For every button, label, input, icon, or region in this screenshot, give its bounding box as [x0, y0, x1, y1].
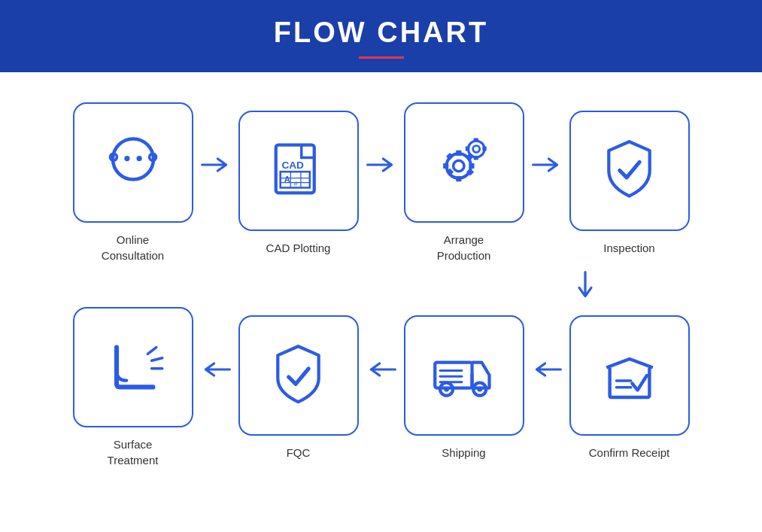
step-arrange-production: ArrangeProduction	[404, 102, 524, 263]
svg-point-15	[453, 160, 463, 171]
arrow-left-icon-1	[532, 354, 562, 385]
arrow-2	[359, 150, 404, 180]
step-cad-plotting: CAD A # CAD Plotting	[238, 111, 359, 256]
step-inspection: Inspection	[569, 111, 690, 256]
step-shipping: Shipping	[404, 315, 524, 461]
svg-point-36	[477, 387, 482, 392]
svg-text:CAD: CAD	[281, 160, 304, 171]
arrow-left-icon-3	[201, 354, 231, 385]
step-box-confirm-receipt	[569, 315, 690, 436]
arrow-down-icon	[570, 271, 600, 301]
svg-rect-16	[456, 150, 461, 156]
arrow-right-icon-1	[201, 150, 231, 180]
shield-check-icon	[597, 135, 661, 206]
down-arrow-wrap	[45, 271, 717, 301]
svg-point-2	[136, 156, 141, 161]
cad-icon: CAD A #	[266, 135, 330, 206]
step-label-online-consultation: OnlineConsultation	[102, 232, 164, 263]
arrow-right-icon-2	[366, 150, 396, 180]
step-label-fqc: FQC	[287, 445, 311, 461]
svg-point-34	[444, 387, 449, 392]
down-arrow-container	[525, 271, 645, 301]
person-icon	[99, 129, 167, 196]
flow-row-2: Confirm Receipt	[45, 307, 717, 468]
step-label-confirm-receipt: Confirm Receipt	[589, 445, 670, 461]
step-surface-treatment: SurfaceTreatment	[73, 307, 193, 468]
svg-text:#: #	[294, 180, 299, 187]
svg-point-1	[124, 156, 129, 161]
step-box-online-consultation	[73, 102, 193, 223]
step-fqc: FQC	[238, 315, 359, 461]
step-label-arrange-production: ArrangeProduction	[437, 232, 491, 263]
gears-icon	[430, 129, 498, 196]
box-check-icon	[597, 342, 663, 409]
svg-rect-18	[443, 163, 448, 169]
arrow-left-icon-2	[366, 354, 396, 385]
arrow-5	[359, 354, 404, 385]
step-box-surface-treatment	[73, 307, 193, 427]
step-label-cad-plotting: CAD Plotting	[266, 240, 331, 256]
step-label-inspection: Inspection	[603, 240, 654, 256]
arrow-3	[524, 150, 569, 180]
svg-rect-26	[473, 138, 478, 142]
svg-point-0	[113, 139, 153, 180]
svg-point-25	[472, 146, 479, 153]
step-box-fqc	[238, 315, 359, 436]
svg-rect-28	[465, 146, 469, 150]
svg-line-41	[151, 358, 162, 361]
step-box-cad-plotting: CAD A #	[238, 111, 359, 231]
header: FLOW CHART	[0, 0, 762, 72]
svg-text:A: A	[284, 175, 290, 184]
step-label-shipping: Shipping	[442, 445, 485, 461]
shield-check2-icon	[266, 339, 330, 411]
page-wrapper: FLOW CHART	[0, 0, 762, 532]
step-online-consultation: OnlineConsultation	[73, 102, 193, 263]
arrow-6	[193, 354, 238, 385]
svg-rect-17	[456, 176, 461, 181]
step-box-inspection	[569, 111, 690, 231]
arrow-right-icon-3	[532, 150, 562, 180]
arrow-1	[193, 150, 238, 180]
svg-rect-19	[469, 163, 474, 169]
step-confirm-receipt: Confirm Receipt	[569, 315, 690, 461]
flow-content: OnlineConsultation	[0, 72, 762, 498]
surface-icon	[100, 334, 166, 400]
step-box-shipping	[404, 315, 524, 436]
page-title: FLOW CHART	[0, 17, 762, 49]
header-underline	[359, 56, 404, 59]
svg-line-40	[147, 348, 156, 354]
step-box-arrange-production	[404, 102, 524, 223]
svg-rect-29	[482, 146, 486, 150]
svg-point-24	[468, 141, 484, 157]
flow-row-1: OnlineConsultation	[45, 102, 717, 263]
truck-icon	[428, 343, 499, 407]
svg-rect-27	[473, 156, 478, 160]
step-label-surface-treatment: SurfaceTreatment	[108, 436, 159, 468]
arrow-4	[524, 354, 569, 385]
